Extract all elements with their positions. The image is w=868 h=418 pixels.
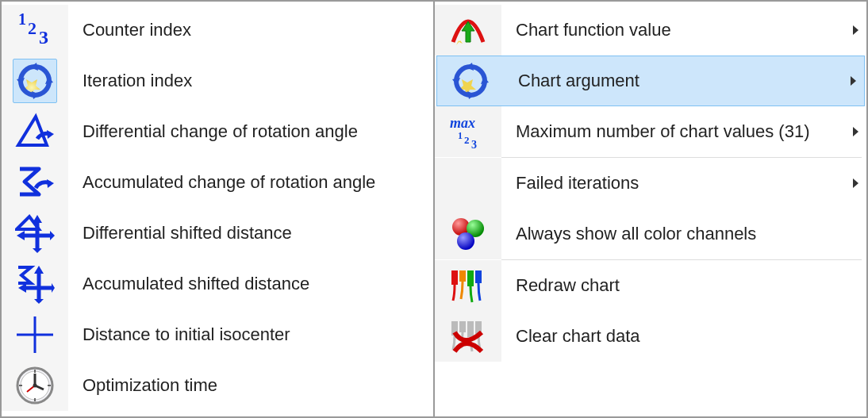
- icon-column: [2, 309, 68, 360]
- menu-item-clear-chart[interactable]: Clear chart data: [435, 311, 866, 362]
- svg-rect-52: [467, 270, 474, 286]
- clear-icon: [446, 314, 490, 359]
- menu-item-diff-rotation[interactable]: Differential change of rotation angle: [2, 106, 433, 157]
- svg-marker-17: [50, 231, 55, 240]
- icon-column: 1 2 3: [2, 5, 68, 56]
- menu-item-label: Chart argument: [504, 71, 639, 91]
- icon-column: [435, 5, 501, 56]
- submenu-arrow-icon: [853, 127, 858, 136]
- menu-item-accum-rotation[interactable]: Accumulated change of rotation angle: [2, 157, 433, 208]
- menu-item-label: Accumulated change of rotation angle: [68, 172, 375, 193]
- icon-column: [2, 106, 68, 157]
- cycle-icon: [448, 59, 493, 103]
- blank-icon: [446, 161, 490, 205]
- left-context-menu: 1 2 3 Counter index: [2, 2, 435, 416]
- menu-item-failed-iterations[interactable]: Failed iterations: [435, 158, 866, 209]
- svg-marker-23: [52, 283, 55, 293]
- cycle-icon: [13, 59, 57, 103]
- menu-item-label: Accumulated shifted distance: [68, 274, 309, 294]
- accum-shift-icon: [13, 262, 57, 306]
- menu-item-label: Distance to initial isocenter: [68, 324, 290, 345]
- svg-rect-50: [451, 270, 458, 285]
- diff-shift-icon: [13, 211, 57, 255]
- 123-icon: 1 2 3: [13, 8, 57, 52]
- svg-marker-37: [456, 40, 463, 45]
- icon-column: [435, 158, 501, 209]
- max123-icon: max 1 2 3: [446, 109, 490, 154]
- icon-column: [435, 311, 501, 362]
- svg-marker-20: [34, 299, 44, 304]
- svg-text:1: 1: [458, 130, 463, 141]
- svg-marker-8: [18, 117, 47, 145]
- crosshair-icon: [13, 313, 57, 357]
- svg-text:2: 2: [28, 18, 36, 38]
- svg-point-31: [33, 384, 37, 388]
- svg-marker-14: [33, 248, 42, 253]
- accum-angle-icon: [13, 160, 57, 205]
- menu-item-redraw-chart[interactable]: Redraw chart: [435, 260, 866, 311]
- svg-text:max: max: [450, 115, 475, 131]
- func-value-icon: [446, 8, 490, 52]
- menu-item-label: Differential shifted distance: [68, 223, 292, 244]
- icon-column: [435, 260, 501, 311]
- svg-text:1: 1: [18, 10, 26, 28]
- svg-text:3: 3: [471, 139, 477, 151]
- menu-item-distance-isocenter[interactable]: Distance to initial isocenter: [2, 309, 433, 360]
- svg-rect-55: [459, 321, 466, 332]
- svg-marker-16: [17, 231, 25, 240]
- menu-item-label: Clear chart data: [501, 326, 640, 347]
- menu-item-accum-shift[interactable]: Accumulated shifted distance: [2, 259, 433, 309]
- menu-item-label: Differential change of rotation angle: [68, 121, 358, 142]
- menu-item-counter-index[interactable]: 1 2 3 Counter index: [2, 5, 433, 56]
- menu-item-iteration-index[interactable]: Iteration index: [2, 56, 433, 106]
- menu-item-max-chart-values[interactable]: max 1 2 3 Maximum number of chart values…: [435, 106, 866, 157]
- menu-item-label: Failed iterations: [501, 173, 639, 194]
- menu-item-chart-argument[interactable]: Chart argument: [436, 56, 865, 106]
- icon-column: [437, 56, 504, 105]
- menu-item-optimization-time[interactable]: Optimization time: [2, 360, 433, 411]
- icon-column: [2, 56, 68, 106]
- menu-item-label: Always show all color channels: [501, 224, 756, 244]
- right-context-menu: Chart function value Chart argument: [435, 2, 866, 416]
- svg-marker-9: [47, 130, 54, 139]
- menu-item-diff-shift[interactable]: Differential shifted distance: [2, 208, 433, 259]
- icon-column: [2, 157, 68, 208]
- submenu-arrow-icon: [853, 25, 858, 35]
- icon-column: [2, 259, 68, 309]
- menu-item-label: Maximum number of chart values (31): [501, 121, 809, 142]
- diff-angle-icon: [13, 109, 57, 154]
- icon-column: [435, 209, 501, 259]
- menu-item-label: Iteration index: [68, 71, 192, 91]
- svg-rect-51: [459, 270, 466, 282]
- submenu-arrow-icon: [851, 76, 856, 86]
- svg-rect-53: [475, 270, 482, 283]
- svg-marker-10: [47, 179, 54, 188]
- menu-item-label: Optimization time: [68, 375, 217, 396]
- rgb-icon: [446, 212, 490, 256]
- svg-marker-19: [34, 266, 44, 274]
- submenu-arrow-icon: [853, 178, 858, 188]
- svg-rect-56: [467, 321, 474, 337]
- svg-text:2: 2: [464, 134, 470, 146]
- svg-text:3: 3: [39, 27, 48, 48]
- redraw-icon: [446, 263, 490, 308]
- svg-marker-13: [33, 215, 42, 223]
- menu-item-label: Counter index: [68, 20, 191, 40]
- menu-item-label: Redraw chart: [501, 275, 620, 296]
- menu-item-color-channels[interactable]: Always show all color channels: [435, 209, 866, 259]
- icon-column: [2, 360, 68, 411]
- menu-item-chart-function-value[interactable]: Chart function value: [435, 5, 866, 56]
- svg-point-49: [457, 232, 474, 250]
- icon-column: [2, 208, 68, 259]
- clock-icon: [13, 363, 57, 408]
- icon-column: max 1 2 3: [435, 106, 501, 157]
- menu-item-label: Chart function value: [501, 20, 671, 40]
